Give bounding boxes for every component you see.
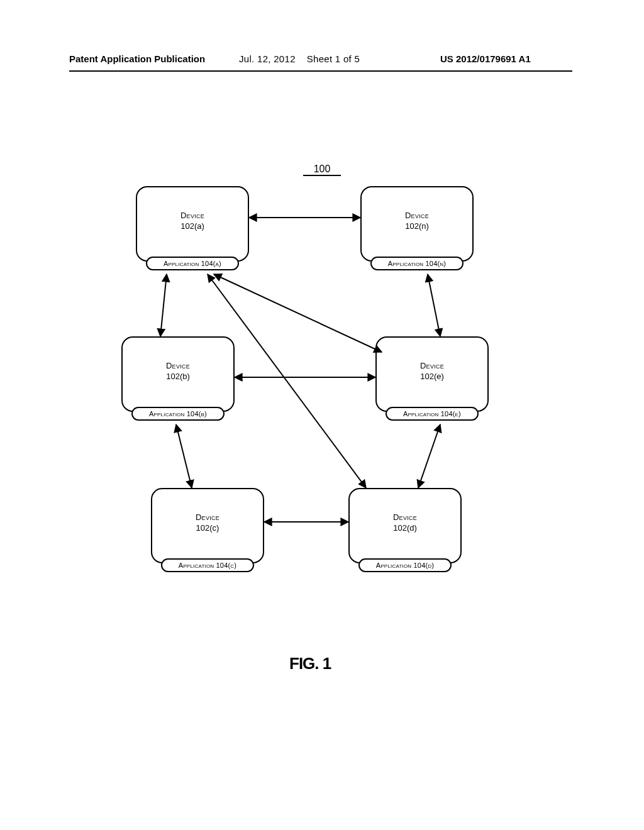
device-a-label: Device — [137, 211, 248, 220]
device-e-label: Device — [377, 361, 487, 370]
device-n-id: 102(n) — [362, 221, 472, 231]
device-c-id: 102(c) — [152, 523, 263, 533]
device-box-d: Device 102(d) Application 104(d) — [348, 488, 462, 563]
device-e-id: 102(e) — [377, 372, 487, 381]
device-d-label: Device — [350, 512, 460, 522]
device-a-id: 102(a) — [137, 221, 248, 231]
device-c-app-pill: Application 104(c) — [161, 558, 254, 572]
device-box-b: Device 102(b) Application 104(b) — [121, 336, 235, 412]
header-left: Patent Application Publication — [69, 53, 205, 64]
device-n-app-pill: Application 104(n) — [370, 257, 464, 270]
device-b-app-pill: Application 104(b) — [131, 407, 225, 421]
svg-line-2 — [428, 274, 440, 336]
figure-caption: FIG. 1 — [289, 654, 331, 673]
device-box-e: Device 102(e) Application 104(e) — [375, 336, 489, 412]
device-n-label: Device — [362, 211, 472, 220]
figure-ref-100: 100 — [303, 163, 341, 176]
header-sheet: Sheet 1 of 5 — [307, 53, 360, 64]
device-d-app-pill: Application 104(d) — [358, 558, 452, 572]
svg-line-1 — [160, 274, 167, 336]
svg-line-5 — [418, 424, 440, 488]
device-c-label: Device — [152, 512, 263, 522]
page: Patent Application Publication Jul. 12, … — [0, 0, 644, 830]
svg-line-4 — [176, 424, 192, 488]
connection-arrows — [0, 0, 644, 830]
svg-line-7 — [214, 274, 382, 352]
device-a-app-pill: Application 104(a) — [146, 257, 239, 270]
header-rule — [69, 70, 572, 72]
device-box-n: Device 102(n) Application 104(n) — [360, 186, 474, 262]
device-box-a: Device 102(a) Application 104(a) — [136, 186, 249, 262]
device-b-label: Device — [123, 361, 233, 370]
device-d-id: 102(d) — [350, 523, 460, 533]
device-e-app-pill: Application 104(e) — [386, 407, 479, 421]
device-box-c: Device 102(c) Application 104(c) — [151, 488, 264, 563]
page-header: Patent Application Publication Jul. 12, … — [0, 53, 644, 72]
header-right: US 2012/0179691 A1 — [440, 53, 531, 64]
header-date: Jul. 12, 2012 — [239, 53, 296, 64]
header-mid: Jul. 12, 2012 Sheet 1 of 5 — [239, 53, 360, 64]
device-b-id: 102(b) — [123, 372, 233, 381]
